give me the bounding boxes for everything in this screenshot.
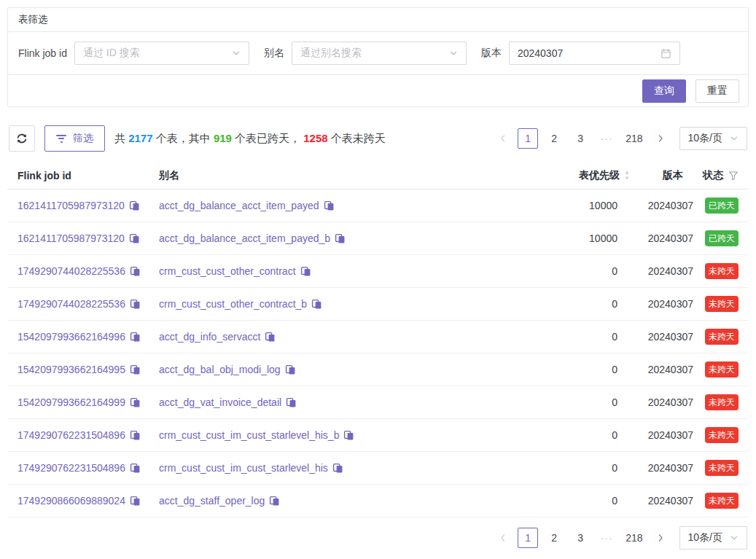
copy-icon[interactable] (269, 496, 280, 507)
prev-page-button[interactable] (494, 128, 512, 149)
alias-link[interactable]: acct_dg_staff_oper_log (159, 495, 265, 507)
copy-icon[interactable] (130, 364, 141, 375)
job-id-link[interactable]: 1749290866069889024 (17, 495, 125, 507)
alias-link[interactable]: acct_dg_balance_acct_item_payed (159, 200, 319, 211)
calendar-icon (660, 48, 671, 59)
job-id-link[interactable]: 1749290744028225536 (17, 298, 125, 310)
job-id-link[interactable]: 1542097993662164999 (17, 396, 125, 408)
table-body: 1621411705987973120 acct_dg_balance_acct… (7, 189, 749, 517)
chevron-down-icon (730, 533, 739, 542)
copy-icon[interactable] (130, 430, 141, 441)
table-row: 1749290744028225536 crm_cust_cust_other_… (7, 255, 749, 288)
copy-icon[interactable] (286, 397, 297, 408)
job-id-link[interactable]: 1542097993662164996 (17, 331, 125, 343)
alias-link[interactable]: acct_dg_bal_obj_modi_log (159, 364, 281, 375)
alias-link[interactable]: crm_cust_cust_other_contract_b (159, 298, 307, 310)
page-number[interactable]: ··· (596, 128, 617, 149)
copy-icon[interactable] (130, 397, 141, 408)
prev-page-button[interactable] (494, 528, 512, 548)
alias-link[interactable]: acct_dg_vat_invoice_detail (159, 396, 281, 408)
job-id-link[interactable]: 1749290762231504896 (17, 429, 125, 441)
crossed-count: 919 (214, 132, 232, 144)
flink-job-id-select[interactable]: 通过 ID 搜索 (74, 42, 249, 65)
priority-value: 10000 (578, 200, 631, 211)
version-value: 20240307 (631, 265, 695, 277)
page-number[interactable]: 1 (518, 528, 538, 548)
filter-button-label: 筛选 (73, 132, 93, 145)
copy-icon[interactable] (335, 233, 346, 244)
job-id-link[interactable]: 1749290762231504896 (17, 462, 125, 474)
alias-select[interactable]: 通过别名搜索 (292, 42, 467, 65)
copy-icon[interactable] (129, 200, 140, 211)
copy-icon[interactable] (130, 299, 141, 310)
page-number[interactable]: 3 (570, 528, 591, 548)
alias-link[interactable]: acct_dg_balance_acct_item_payed_b (159, 232, 330, 244)
copy-icon[interactable] (129, 233, 140, 244)
page-number[interactable]: 2 (544, 528, 564, 548)
search-button[interactable]: 查询 (642, 79, 686, 103)
job-id-link[interactable]: 1621411705987973120 (17, 232, 125, 244)
copy-icon[interactable] (130, 266, 141, 277)
status-badge: 已跨天 (705, 230, 739, 246)
copy-icon[interactable] (300, 266, 311, 277)
page-number[interactable]: 218 (623, 528, 645, 548)
page-number[interactable]: 218 (623, 128, 645, 149)
page: 表筛选 Flink job id 通过 ID 搜索 别名 通过别名搜索 版本 (0, 0, 756, 557)
copy-icon[interactable] (265, 332, 276, 343)
field-flink-job-id: Flink job id 通过 ID 搜索 (18, 42, 249, 65)
reset-button[interactable]: 重置 (695, 79, 739, 103)
copy-icon[interactable] (130, 463, 141, 474)
alias-link[interactable]: crm_cust_cust_im_cust_starlevel_his_b (159, 429, 339, 441)
table-row: 1749290762231504896 crm_cust_cust_im_cus… (7, 419, 749, 452)
table-row: 1542097993662164995 acct_dg_bal_obj_modi… (7, 353, 749, 386)
chevron-left-icon (499, 533, 507, 542)
refresh-button[interactable] (9, 125, 35, 152)
copy-icon[interactable] (343, 430, 354, 441)
job-id-link[interactable]: 1749290744028225536 (17, 265, 125, 277)
filter-button[interactable]: 筛选 (44, 125, 105, 152)
flink-job-id-label: Flink job id (18, 47, 67, 59)
page-number[interactable]: ··· (596, 528, 617, 548)
status-badge: 未跨天 (705, 361, 739, 378)
page-size-value: 10条/页 (688, 132, 722, 145)
page-number[interactable]: 1 (518, 128, 538, 149)
table-row: 1542097993662164996 acct_dg_info_servacc… (7, 321, 749, 353)
page-size-select[interactable]: 10条/页 (679, 127, 747, 150)
field-version: 版本 20240307 (481, 42, 680, 65)
job-id-link[interactable]: 1621411705987973120 (17, 200, 125, 211)
version-label: 版本 (481, 47, 502, 60)
filter-fields-row: Flink job id 通过 ID 搜索 别名 通过别名搜索 版本 20240… (8, 32, 748, 75)
copy-icon[interactable] (130, 332, 141, 343)
summary-text: 共 2177 个表，其中 919 个表已跨天， 1258 个表未跨天 (114, 132, 386, 146)
table-row: 1542097993662164999 acct_dg_vat_invoice_… (7, 386, 749, 419)
version-value: 20240307 (631, 200, 695, 211)
copy-icon[interactable] (324, 200, 335, 211)
data-table: Flink job id 别名 表优先级 版本 状态 1621411705987… (7, 162, 749, 517)
table-row: 1749290744028225536 crm_cust_cust_other_… (7, 288, 749, 321)
next-page-button[interactable] (652, 128, 669, 149)
chevron-left-icon (499, 134, 507, 143)
version-date-input[interactable]: 20240307 (509, 42, 680, 65)
page-size-select[interactable]: 10条/页 (679, 526, 747, 550)
copy-icon[interactable] (332, 463, 343, 474)
filter-funnel-icon[interactable] (728, 171, 739, 181)
pagination-bottom: 123···218 10条/页 (494, 526, 747, 550)
alias-link[interactable]: crm_cust_cust_other_contract (159, 265, 296, 277)
not-crossed-count: 1258 (303, 132, 327, 144)
page-number[interactable]: 2 (544, 128, 564, 149)
chevron-right-icon (656, 533, 665, 542)
copy-icon[interactable] (311, 299, 322, 310)
alias-link[interactable]: crm_cust_cust_im_cust_starlevel_his (159, 462, 328, 474)
col-header-priority[interactable]: 表优先级 (578, 169, 631, 182)
status-badge: 未跨天 (705, 493, 739, 509)
sorter-icon[interactable] (623, 170, 631, 181)
next-page-button[interactable] (652, 528, 669, 548)
status-badge: 已跨天 (705, 198, 739, 214)
copy-icon[interactable] (285, 364, 296, 375)
filter-card-title: 表筛选 (8, 8, 748, 32)
copy-icon[interactable] (130, 496, 141, 507)
bottom-bar: 123···218 10条/页 (7, 526, 749, 550)
page-number[interactable]: 3 (570, 128, 591, 149)
alias-link[interactable]: acct_dg_info_servacct (159, 331, 260, 343)
job-id-link[interactable]: 1542097993662164995 (17, 364, 125, 375)
